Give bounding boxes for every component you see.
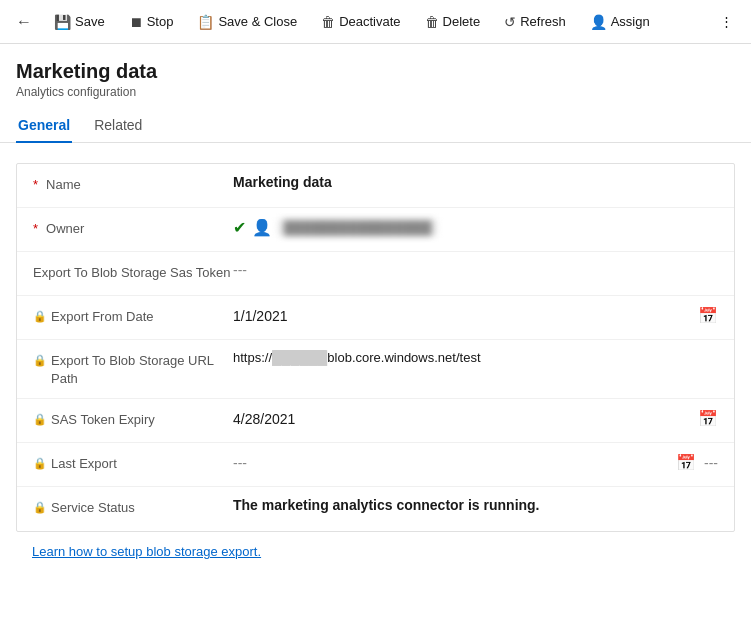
delete-label: Delete	[443, 14, 481, 29]
export-from-date-value: 1/1/2021	[233, 308, 288, 324]
form-row-export-token: Export To Blob Storage Sas Token ---	[17, 252, 734, 296]
lock-icon-export-from-date: 🔒	[33, 309, 47, 324]
toolbar: ← 💾 Save ⏹ Stop 📋 Save & Close 🗑 Deactiv…	[0, 0, 751, 44]
refresh-icon: ↺	[504, 14, 516, 30]
value-owner: ✔ 👤 ████████████████	[233, 218, 718, 237]
stop-label: Stop	[147, 14, 174, 29]
last-export-value2: ---	[704, 455, 718, 471]
label-service-status: 🔒 Service Status	[33, 497, 233, 517]
label-name: * Name	[33, 174, 233, 194]
more-button[interactable]: ⋮	[710, 9, 743, 34]
form-row-export-url: 🔒 Export To Blob Storage URL Path https:…	[17, 340, 734, 399]
owner-avatar-icon: 👤	[252, 218, 272, 237]
setup-blob-link[interactable]: Learn how to setup blob storage export.	[32, 544, 261, 559]
more-icon: ⋮	[720, 14, 733, 29]
page-title: Marketing data	[16, 60, 735, 83]
save-close-label: Save & Close	[218, 14, 297, 29]
lock-icon-service-status: 🔒	[33, 500, 47, 515]
required-star-owner: *	[33, 220, 38, 238]
form-content: * Name Marketing data * Owner ✔ 👤 ██████…	[0, 143, 751, 594]
page-subtitle: Analytics configuration	[16, 85, 735, 99]
label-owner: * Owner	[33, 218, 233, 238]
calendar-icon-last-export[interactable]: 📅	[676, 453, 696, 472]
form-row-last-export: 🔒 Last Export --- 📅 ---	[17, 443, 734, 487]
lock-icon-export-url: 🔒	[33, 353, 47, 368]
footer-link-container: Learn how to setup blob storage export.	[16, 532, 735, 571]
deactivate-label: Deactivate	[339, 14, 400, 29]
label-sas-expiry: 🔒 SAS Token Expiry	[33, 409, 233, 429]
back-icon: ←	[16, 13, 32, 31]
label-export-token: Export To Blob Storage Sas Token	[33, 262, 233, 282]
deactivate-icon: 🗑	[321, 14, 335, 30]
stop-button[interactable]: ⏹ Stop	[119, 9, 184, 35]
assign-icon: 👤	[590, 14, 607, 30]
deactivate-button[interactable]: 🗑 Deactivate	[311, 9, 410, 35]
refresh-label: Refresh	[520, 14, 566, 29]
name-value: Marketing data	[233, 174, 332, 190]
save-label: Save	[75, 14, 105, 29]
page-header: Marketing data Analytics configuration	[0, 44, 751, 99]
assign-button[interactable]: 👤 Assign	[580, 9, 660, 35]
lock-icon-sas-expiry: 🔒	[33, 412, 47, 427]
value-service-status: The marketing analytics connector is run…	[233, 497, 718, 513]
calendar-icon-sas-expiry[interactable]: 📅	[698, 409, 718, 428]
form-row-service-status: 🔒 Service Status The marketing analytics…	[17, 487, 734, 531]
sas-expiry-value: 4/28/2021	[233, 411, 295, 427]
save-close-icon: 📋	[197, 14, 214, 30]
save-close-button[interactable]: 📋 Save & Close	[187, 9, 307, 35]
value-last-export: --- 📅 ---	[233, 453, 718, 472]
owner-name: ████████████████	[278, 219, 437, 236]
tabs: General Related	[0, 109, 751, 143]
label-export-url: 🔒 Export To Blob Storage URL Path	[33, 350, 233, 388]
service-status-value: The marketing analytics connector is run…	[233, 497, 540, 513]
form-row-sas-expiry: 🔒 SAS Token Expiry 4/28/2021 📅	[17, 399, 734, 443]
export-token-value: ---	[233, 262, 247, 278]
tab-general[interactable]: General	[16, 109, 72, 143]
assign-label: Assign	[611, 14, 650, 29]
export-url-value: https://██████blob.core.windows.net/test	[233, 350, 481, 365]
stop-icon: ⏹	[129, 14, 143, 30]
owner-check-icon: ✔	[233, 218, 246, 237]
required-star-name: *	[33, 176, 38, 194]
save-button[interactable]: 💾 Save	[44, 9, 115, 35]
value-export-token: ---	[233, 262, 718, 278]
label-last-export: 🔒 Last Export	[33, 453, 233, 473]
value-export-from-date: 1/1/2021 📅	[233, 306, 718, 325]
value-name: Marketing data	[233, 174, 718, 190]
value-sas-expiry: 4/28/2021 📅	[233, 409, 718, 428]
back-button[interactable]: ←	[8, 8, 40, 36]
delete-icon: 🗑	[425, 14, 439, 30]
label-export-from-date: 🔒 Export From Date	[33, 306, 233, 326]
form-row-export-from-date: 🔒 Export From Date 1/1/2021 📅	[17, 296, 734, 340]
form-section: * Name Marketing data * Owner ✔ 👤 ██████…	[16, 163, 735, 532]
calendar-icon-export-from-date[interactable]: 📅	[698, 306, 718, 325]
save-icon: 💾	[54, 14, 71, 30]
form-row-owner: * Owner ✔ 👤 ████████████████	[17, 208, 734, 252]
form-row-name: * Name Marketing data	[17, 164, 734, 208]
value-export-url: https://██████blob.core.windows.net/test	[233, 350, 718, 365]
last-export-value1: ---	[233, 455, 247, 471]
lock-icon-last-export: 🔒	[33, 456, 47, 471]
refresh-button[interactable]: ↺ Refresh	[494, 9, 576, 35]
tab-related[interactable]: Related	[92, 109, 144, 143]
delete-button[interactable]: 🗑 Delete	[415, 9, 491, 35]
